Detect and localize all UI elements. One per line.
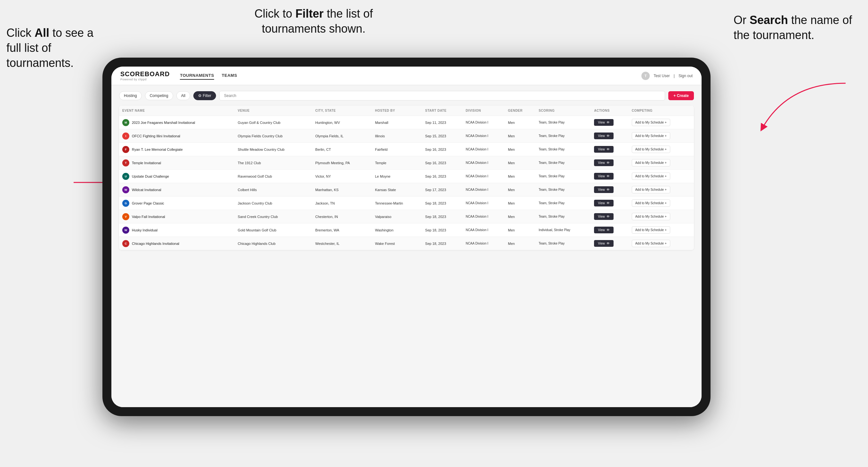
cell-venue: Ravenwood Golf Club bbox=[235, 169, 312, 183]
view-icon: 👁 bbox=[607, 161, 610, 164]
view-btn[interactable]: View 👁 bbox=[594, 200, 614, 207]
view-btn[interactable]: View 👁 bbox=[594, 159, 614, 166]
create-btn[interactable]: + Create bbox=[668, 91, 694, 100]
cell-city-state: Berlin, CT bbox=[312, 143, 372, 156]
cell-scoring: Team, Stroke Play bbox=[535, 116, 591, 129]
cell-hosted-by: Fairfield bbox=[372, 143, 422, 156]
hosting-btn[interactable]: Hosting bbox=[119, 91, 142, 100]
cell-venue: Guyan Golf & Country Club bbox=[235, 116, 312, 129]
cell-start-date: Sep 11, 2023 bbox=[422, 116, 463, 129]
view-icon: 👁 bbox=[607, 148, 610, 151]
filter-bar: Hosting Competing All ⚙ Filter + Create bbox=[119, 91, 694, 100]
cell-venue: Olympia Fields Country Club bbox=[235, 129, 312, 143]
cell-city-state: Jackson, TN bbox=[312, 196, 372, 210]
add-schedule-btn[interactable]: Add to My Schedule + bbox=[632, 132, 670, 139]
add-schedule-btn[interactable]: Add to My Schedule + bbox=[632, 240, 670, 247]
add-schedule-btn[interactable]: Add to My Schedule + bbox=[632, 213, 670, 220]
filter-btn[interactable]: ⚙ Filter bbox=[193, 91, 216, 100]
table-row: C Chicago Highlands Invitational Chicago… bbox=[119, 237, 694, 250]
view-icon: 👁 bbox=[607, 134, 610, 137]
cell-event-name: M 2023 Joe Feaganes Marshall Invitationa… bbox=[119, 116, 235, 129]
cell-venue: Gold Mountain Golf Club bbox=[235, 223, 312, 237]
nav-teams[interactable]: TEAMS bbox=[222, 72, 237, 80]
col-venue: VENUE bbox=[235, 105, 312, 116]
cell-start-date: Sep 15, 2023 bbox=[422, 129, 463, 143]
cell-actions: View 👁 bbox=[591, 183, 628, 196]
cell-start-date: Sep 18, 2023 bbox=[422, 223, 463, 237]
view-btn[interactable]: View 👁 bbox=[594, 227, 614, 234]
nav-separator: | bbox=[674, 73, 675, 78]
cell-gender: Men bbox=[505, 223, 535, 237]
sign-out-link[interactable]: Sign out bbox=[679, 73, 692, 78]
cell-competing: Add to My Schedule + bbox=[629, 237, 694, 250]
view-icon: 👁 bbox=[607, 175, 610, 178]
tablet-screen: SCOREBOARD Powered by clippd TOURNAMENTS… bbox=[112, 67, 702, 407]
view-btn[interactable]: View 👁 bbox=[594, 173, 614, 180]
add-schedule-btn[interactable]: Add to My Schedule + bbox=[632, 226, 670, 234]
all-btn[interactable]: All bbox=[176, 91, 190, 100]
table-row: M 2023 Joe Feaganes Marshall Invitationa… bbox=[119, 116, 694, 129]
cell-competing: Add to My Schedule + bbox=[629, 210, 694, 223]
cell-scoring: Team, Stroke Play bbox=[535, 129, 591, 143]
view-icon: 👁 bbox=[607, 201, 610, 205]
annotation-top-left: Click All to see a full list of tourname… bbox=[6, 26, 96, 70]
cell-hosted-by: Washington bbox=[372, 223, 422, 237]
cell-event-name: F Ryan T. Lee Memorial Collegiate bbox=[119, 143, 235, 156]
table-row: G Grover Page Classic Jackson Country Cl… bbox=[119, 196, 694, 210]
table-row: I OFCC Fighting Illini Invitational Olym… bbox=[119, 129, 694, 143]
cell-gender: Men bbox=[505, 210, 535, 223]
view-btn[interactable]: View 👁 bbox=[594, 240, 614, 247]
col-gender: GENDER bbox=[505, 105, 535, 116]
cell-gender: Men bbox=[505, 116, 535, 129]
search-input[interactable] bbox=[219, 91, 665, 100]
view-btn[interactable]: View 👁 bbox=[594, 132, 614, 139]
cell-gender: Men bbox=[505, 237, 535, 250]
cell-hosted-by: Kansas State bbox=[372, 183, 422, 196]
table-row: U Upstate Dual Challenge Ravenwood Golf … bbox=[119, 169, 694, 183]
cell-city-state: Chesterton, IN bbox=[312, 210, 372, 223]
team-logo: I bbox=[122, 132, 129, 139]
cell-scoring: Team, Stroke Play bbox=[535, 156, 591, 169]
cell-start-date: Sep 16, 2023 bbox=[422, 156, 463, 169]
add-schedule-btn[interactable]: Add to My Schedule + bbox=[632, 159, 670, 166]
competing-btn[interactable]: Competing bbox=[145, 91, 173, 100]
view-btn[interactable]: View 👁 bbox=[594, 213, 614, 220]
cell-actions: View 👁 bbox=[591, 129, 628, 143]
cell-gender: Men bbox=[505, 169, 535, 183]
add-schedule-btn[interactable]: Add to My Schedule + bbox=[632, 173, 670, 180]
view-icon: 👁 bbox=[607, 242, 610, 245]
tournaments-table: EVENT NAME VENUE CITY, STATE HOSTED BY S… bbox=[119, 105, 694, 250]
view-btn[interactable]: View 👁 bbox=[594, 146, 614, 153]
col-start-date: START DATE bbox=[422, 105, 463, 116]
event-name-text: Husky Individual bbox=[132, 228, 157, 232]
col-scoring: SCORING bbox=[535, 105, 591, 116]
add-schedule-btn[interactable]: Add to My Schedule + bbox=[632, 186, 670, 193]
add-schedule-btn[interactable]: Add to My Schedule + bbox=[632, 119, 670, 126]
view-icon: 👁 bbox=[607, 215, 610, 218]
cell-actions: View 👁 bbox=[591, 143, 628, 156]
add-schedule-btn[interactable]: Add to My Schedule + bbox=[632, 199, 670, 207]
view-icon: 👁 bbox=[607, 188, 610, 191]
add-schedule-btn[interactable]: Add to My Schedule + bbox=[632, 146, 670, 153]
view-btn[interactable]: View 👁 bbox=[594, 186, 614, 193]
cell-competing: Add to My Schedule + bbox=[629, 156, 694, 169]
nav-tournaments[interactable]: TOURNAMENTS bbox=[180, 72, 214, 80]
cell-division: NCAA Division I bbox=[463, 156, 505, 169]
event-name-text: Temple Invitational bbox=[132, 161, 161, 165]
cell-venue: Sand Creek Country Club bbox=[235, 210, 312, 223]
team-logo: F bbox=[122, 146, 129, 153]
cell-division: NCAA Division I bbox=[463, 116, 505, 129]
cell-city-state: Manhattan, KS bbox=[312, 183, 372, 196]
event-name-text: Valpo Fall Invitational bbox=[132, 215, 165, 219]
nav-right: T Test User | Sign out bbox=[642, 72, 692, 80]
cell-actions: View 👁 bbox=[591, 116, 628, 129]
event-name-text: Grover Page Classic bbox=[132, 201, 164, 205]
view-btn[interactable]: View 👁 bbox=[594, 119, 614, 126]
user-avatar: T bbox=[642, 72, 650, 80]
cell-gender: Men bbox=[505, 129, 535, 143]
view-icon: 👁 bbox=[607, 228, 610, 232]
team-logo: W bbox=[122, 186, 129, 193]
col-city-state: CITY, STATE bbox=[312, 105, 372, 116]
cell-hosted-by: Illinois bbox=[372, 129, 422, 143]
event-name-text: Chicago Highlands Invitational bbox=[132, 242, 179, 246]
